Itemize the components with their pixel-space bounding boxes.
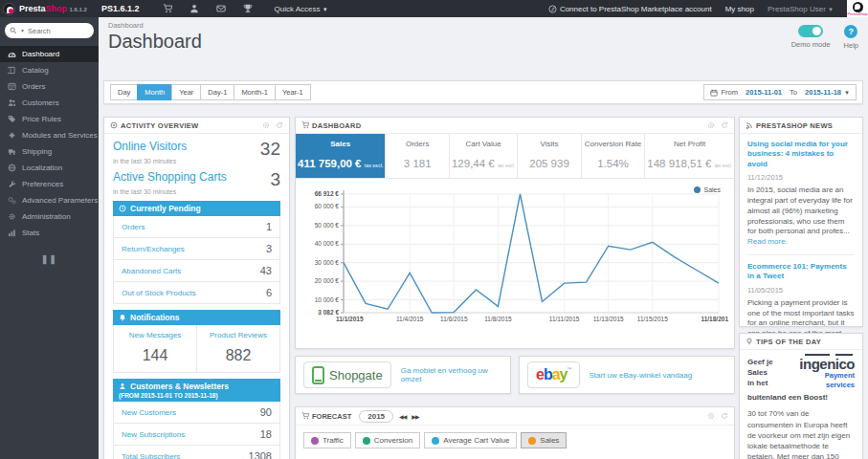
sidebar-item-orders[interactable]: Orders [0,78,99,95]
chart-legend[interactable]: Sales [694,186,721,193]
demo-mode-label: Demo mode [791,40,831,49]
calendar-icon [710,89,718,97]
cart-icon [301,121,309,129]
help-label: Help [844,41,858,50]
customers-newsletters-header: Customers & Newsletters (FROM 2015-11-01… [113,379,280,402]
forecast-traffic-button[interactable]: Traffic [303,432,351,448]
sidebar-search[interactable]: ▼ [5,23,94,38]
date-filter-bar: Day Month Year Day-1 Month-1 Year-1 From… [103,80,863,104]
search-type-caret-icon[interactable]: ▼ [20,28,25,33]
globe-icon [8,164,16,172]
rss-icon [746,121,753,129]
forecast-conversion-button[interactable]: Conversion [355,432,420,448]
bell-icon [119,314,126,321]
read-more-link[interactable]: Read more [747,237,786,246]
filter-day-1-button[interactable]: Day-1 [200,84,234,100]
forecast-year-badge[interactable]: 2015 [359,410,393,423]
sidebar-item-preferences[interactable]: Preferences [0,176,99,192]
ebay-logo[interactable]: ebay™ [527,361,580,388]
svg-text:11/15/2015: 11/15/2015 [637,316,668,322]
demo-mode-toggle[interactable] [798,25,823,37]
kpi-sales-tab[interactable]: Sales411 759,00 € tax excl. [296,134,386,178]
prestashop-logo[interactable]: PrestaShop 1.6.1.2 [0,3,96,15]
news-article-title[interactable]: Ecommerce 101: Payments in a Tweet [747,262,855,282]
truck-icon [8,147,16,156]
tips-panel-title: TIPS OF THE DAY [746,338,821,346]
gear-icon[interactable] [262,121,270,129]
sidebar-item-catalog[interactable]: Catalog [0,62,99,78]
sidebar-item-administration[interactable]: Administration [0,208,99,225]
quick-access-menu[interactable]: Quick Access ▼ [275,5,328,13]
new-customers-row[interactable]: New Customers90 [114,402,279,424]
kpi-orders-tab[interactable]: Orders3 181 [386,134,450,178]
user-menu[interactable]: PrestaShop User ▼ [768,5,834,13]
gear-icon[interactable] [707,121,715,129]
forecast-back-button[interactable]: ◀◀ [399,413,406,420]
sidebar-collapse-button[interactable]: ❚❚ [40,254,59,264]
customer-person-icon[interactable] [189,4,200,14]
messages-envelope-icon[interactable] [216,4,227,14]
shopgate-phone-icon [312,366,324,384]
sidebar-item-advanced-parameters[interactable]: Advanced Parameters [0,192,99,208]
lightbulb-icon [746,338,753,345]
sidebar-item-localization[interactable]: Localization [0,160,99,176]
sidebar: ▼ Dashboard Catalog Orders Customers Pri… [0,17,99,459]
sales-line-chart: 3 082 €10 000 €20 000 €30 000 €40 000 €5… [300,181,730,332]
ingenico-logo[interactable]: ingenico Paymentservices [780,357,855,389]
gear-icon[interactable] [707,412,715,420]
cart-icon[interactable] [163,4,173,14]
kpi-net-profit-tab[interactable]: Net Profit148 918,51 € tax excl. [645,134,734,178]
sidebar-item-price-rules[interactable]: Price Rules [0,111,99,127]
pending-returns-row[interactable]: Return/Exchanges3 [114,238,279,260]
marketplace-icon [548,5,557,13]
new-messages-cell[interactable]: New Messages144 [114,325,196,372]
refresh-icon[interactable] [721,412,728,420]
forecast-panel: FORECAST 2015 ◀◀ ▶▶ Traffic Conversion A… [295,406,735,459]
refresh-icon[interactable] [721,121,728,129]
forecast-forward-button[interactable]: ▶▶ [412,413,418,420]
search-input[interactable] [28,27,83,35]
product-reviews-cell[interactable]: Product Reviews882 [196,325,279,372]
total-subscribers-row[interactable]: Total Subscribers1308 [114,446,279,459]
pending-orders-row[interactable]: Orders1 [114,216,279,238]
filter-year-button[interactable]: Year [171,84,200,100]
kpi-conversion-rate-tab[interactable]: Conversion Rate1.54% [582,134,646,178]
kpi-visits-tab[interactable]: Visits205 939 [518,134,582,178]
user-icon [119,382,126,390]
kpi-cart-value-tab[interactable]: Cart Value129,44 € tax excl. [450,134,518,178]
abandoned-carts-row[interactable]: Abandoned Carts43 [114,260,279,282]
svg-text:40 000 €: 40 000 € [315,240,340,247]
forecast-title: FORECAST [301,412,351,421]
sidebar-item-modules[interactable]: Modules and Services [0,127,99,143]
help-icon[interactable]: ? [844,25,857,38]
filter-day-button[interactable]: Day [110,84,137,100]
my-shop-link[interactable]: My shop [725,5,754,13]
sidebar-item-stats[interactable]: Stats [0,225,99,241]
forecast-avg-cart-value-button[interactable]: Average Cart Value [424,432,517,448]
forecast-sales-button[interactable]: Sales [521,432,567,448]
breadcrumb[interactable]: Dashboard [108,21,144,30]
filter-month-1-button[interactable]: Month-1 [234,84,275,100]
sidebar-item-customers[interactable]: Customers [0,95,99,111]
sidebar-item-dashboard[interactable]: Dashboard [0,46,99,62]
ebay-link[interactable]: Start uw eBay-winkel vandaag [590,371,693,380]
shopgate-logo[interactable]: Shopgate [303,361,391,388]
out-of-stock-row[interactable]: Out of Stock Products6 [114,282,279,303]
refresh-icon[interactable] [276,121,283,129]
trophy-icon[interactable] [243,4,254,14]
users-icon [8,98,16,107]
active-carts-metric[interactable]: Active Shopping Carts 3 [113,170,280,188]
sidebar-item-shipping[interactable]: Shipping [0,143,99,160]
date-range-picker[interactable]: From 2015-11-01 To 2015-11-18 ▼ [703,84,857,100]
new-subscriptions-row[interactable]: New Subscriptions18 [114,424,279,446]
online-visitors-metric[interactable]: Online Visitors 32 [113,140,280,158]
filter-month-button[interactable]: Month [137,84,171,100]
marketplace-link[interactable]: Connect to PrestaShop Marketplace accoun… [548,5,712,13]
news-article-title[interactable]: Using social media for your business: 4 … [747,140,855,169]
filter-year-1-button[interactable]: Year-1 [275,84,311,100]
svg-text:60 000 €: 60 000 € [315,203,340,209]
shopgate-link[interactable]: Ga mobiel en verhoog uw omzet [401,366,502,383]
user-avatar[interactable]: PrestaShop [847,0,868,17]
demo-mode-control: Demo mode [791,25,831,50]
avatar-image [853,2,863,12]
